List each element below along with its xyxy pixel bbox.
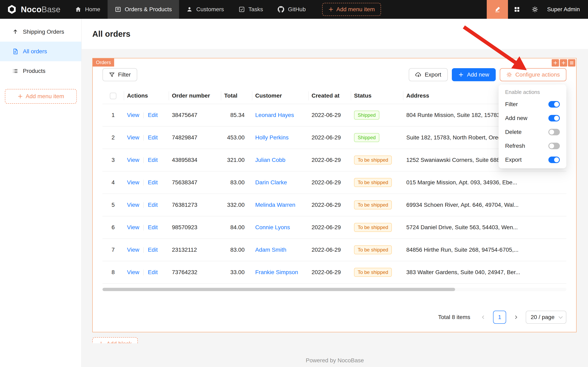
nav-item-home[interactable]: Home: [68, 0, 108, 19]
edit-link[interactable]: Edit: [148, 134, 158, 141]
nav-item-orders-products[interactable]: Orders & Products: [108, 0, 179, 19]
view-link[interactable]: View: [127, 202, 139, 208]
cell-order-number: 74829847: [169, 126, 221, 149]
add-block-label: Add block: [107, 341, 132, 343]
configure-actions-button[interactable]: Configure actions: [500, 68, 566, 81]
row-actions: ViewEdit: [124, 216, 169, 239]
block-designer-tag: Orders: [93, 58, 114, 67]
sidebar-item-products[interactable]: Products: [0, 61, 81, 81]
view-link[interactable]: View: [127, 179, 139, 185]
view-link[interactable]: View: [127, 134, 139, 141]
divider: [143, 112, 144, 118]
cell-status: To be shipped: [351, 216, 403, 239]
cell-created-at: 2022-06-29: [308, 104, 351, 126]
row-actions: ViewEdit: [124, 239, 169, 261]
toolbar-actions: Export Add new Configure actions: [409, 68, 566, 81]
customer-link[interactable]: Darin Clarke: [255, 179, 287, 185]
enable-action-add-new[interactable]: Add new: [500, 111, 565, 125]
customer-link[interactable]: Adam Smith: [255, 247, 286, 253]
enable-action-delete[interactable]: Delete: [500, 125, 565, 139]
settings-button[interactable]: [526, 0, 544, 19]
user-menu[interactable]: Super Admin: [544, 0, 588, 19]
row-index: 4: [102, 171, 124, 194]
cell-order-number: 43895834: [169, 149, 221, 171]
sidebar-item-shipping-orders[interactable]: Shipping Orders: [0, 22, 81, 42]
nav-item-tasks[interactable]: Tasks: [231, 0, 270, 19]
cell-status: To be shipped: [351, 194, 403, 216]
filter-button[interactable]: Filter: [102, 68, 137, 81]
select-all-cell: [102, 88, 124, 104]
enable-action-export[interactable]: Export: [500, 153, 565, 167]
export-button[interactable]: Export: [409, 68, 448, 81]
toggle-switch[interactable]: [548, 115, 560, 121]
edit-link[interactable]: Edit: [148, 202, 158, 208]
cell-customer: Julian Cobb: [252, 149, 308, 171]
nav-item-customers[interactable]: Customers: [179, 0, 231, 19]
customer-link[interactable]: Leonard Hayes: [255, 112, 294, 118]
toggle-switch[interactable]: [548, 157, 560, 163]
nav-item-github[interactable]: GitHub: [270, 0, 313, 19]
page-1-button[interactable]: 1: [493, 311, 506, 324]
view-link[interactable]: View: [127, 112, 139, 118]
github-icon: [278, 6, 284, 13]
next-page-button[interactable]: [509, 311, 522, 324]
edit-link[interactable]: Edit: [148, 269, 158, 275]
sidebar-add-menu-item-button[interactable]: Add menu item: [5, 89, 77, 104]
user-name: Super Admin: [547, 6, 580, 13]
view-link[interactable]: View: [127, 269, 139, 275]
customers-icon: [186, 6, 193, 12]
toggle-switch[interactable]: [548, 143, 560, 149]
enable-action-refresh[interactable]: Refresh: [500, 139, 565, 153]
block-designer-toolbar: [552, 59, 575, 67]
enable-action-label: Refresh: [505, 143, 525, 149]
customer-link[interactable]: Frankie Simpson: [255, 269, 298, 275]
edit-link[interactable]: Edit: [148, 247, 158, 253]
plus-icon: [17, 94, 23, 99]
horizontal-scrollbar[interactable]: [102, 288, 566, 291]
add-new-button[interactable]: Add new: [452, 68, 496, 81]
block-initializer-icon[interactable]: [560, 59, 567, 67]
orders-icon: [115, 6, 121, 12]
plugin-manager-button[interactable]: [508, 0, 526, 19]
view-link[interactable]: View: [127, 224, 139, 230]
customer-link[interactable]: Connie Lyons: [255, 224, 290, 230]
prev-page-button[interactable]: [477, 311, 490, 324]
edit-link[interactable]: Edit: [148, 224, 158, 230]
view-link[interactable]: View: [127, 157, 139, 163]
drag-handle-icon[interactable]: [552, 59, 559, 67]
toggle-switch[interactable]: [548, 101, 560, 108]
select-all-checkbox[interactable]: [110, 93, 116, 99]
sidebar-item-all-orders[interactable]: All orders: [0, 42, 81, 61]
view-link[interactable]: View: [127, 247, 139, 253]
configure-actions-menu: Enable actions FilterAdd newDeleteRefres…: [499, 84, 566, 168]
brand[interactable]: NocoBase: [0, 0, 68, 19]
add-block-button[interactable]: Add block: [92, 337, 138, 343]
customer-link[interactable]: Julian Cobb: [255, 157, 286, 163]
ui-editor-button[interactable]: [487, 0, 508, 19]
cell-order-number: 75638347: [169, 171, 221, 194]
divider: [143, 180, 144, 185]
customer-link[interactable]: Melinda Warren: [255, 202, 295, 208]
customer-link[interactable]: Holly Perkins: [255, 134, 288, 141]
cell-address: 69934 Schoen River, Apt. 646, 49704, Wal…: [403, 194, 566, 216]
column-header-actions: Actions: [124, 88, 169, 104]
page-header: All orders: [82, 19, 588, 49]
toggle-switch[interactable]: [548, 129, 560, 135]
edit-link[interactable]: Edit: [148, 157, 158, 163]
cell-total: 83.00: [221, 239, 252, 261]
edit-link[interactable]: Edit: [148, 112, 158, 118]
cell-created-at: 2022-06-29: [308, 194, 351, 216]
cell-total: 84.00: [221, 216, 252, 239]
enable-action-label: Add new: [505, 115, 527, 121]
enable-action-filter[interactable]: Filter: [500, 97, 565, 111]
nav-add-menu-item-button[interactable]: Add menu item: [322, 3, 381, 16]
block-settings-icon[interactable]: [568, 59, 575, 67]
edit-link[interactable]: Edit: [148, 179, 158, 185]
divider: [143, 135, 144, 141]
cell-created-at: 2022-06-29: [308, 149, 351, 171]
row-index: 7: [102, 239, 124, 261]
scrollbar-thumb[interactable]: [102, 288, 455, 291]
add-block-clip: Add block: [92, 337, 145, 343]
page-size-select[interactable]: 20 / page: [526, 311, 566, 324]
cell-customer: Connie Lyons: [252, 216, 308, 239]
